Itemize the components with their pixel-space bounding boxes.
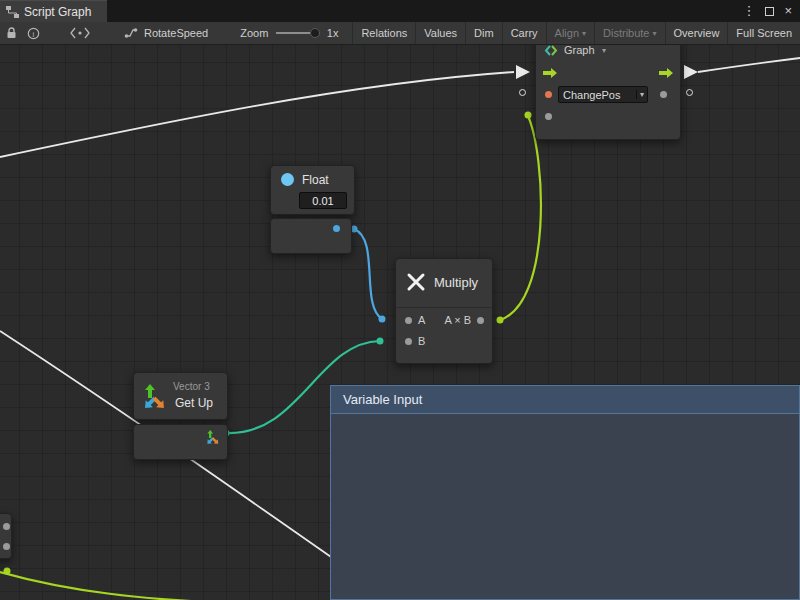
chevron-down-icon: ▾ [582, 29, 586, 38]
input-a-label: A [418, 314, 425, 326]
wire-end-dot [377, 338, 384, 345]
vector3-output-port[interactable] [205, 430, 220, 445]
zoom-slider-thumb[interactable] [310, 28, 320, 38]
wire-end-dot [525, 112, 532, 119]
relations-button[interactable]: Relations [352, 22, 415, 44]
set-variable-node[interactable]: Graph ▾ ChangePos ▾ [535, 45, 681, 140]
chevron-down-icon: ▾ [636, 90, 647, 99]
partial-node[interactable] [0, 513, 12, 559]
wire-end-dot [497, 317, 504, 324]
maximize-icon[interactable] [765, 7, 774, 16]
overview-button[interactable]: Overview [665, 22, 728, 44]
node-header-title[interactable]: Graph [564, 45, 595, 56]
vector3-icon [141, 384, 167, 410]
variable-input-group[interactable]: Variable Input [330, 385, 800, 600]
value-input-port[interactable] [545, 113, 552, 120]
output-label: A × B [444, 314, 471, 326]
group-title: Variable Input [343, 392, 422, 407]
value-port[interactable] [3, 543, 10, 550]
bottom-lime-wire[interactable] [0, 572, 208, 600]
object-port[interactable] [545, 91, 552, 98]
zoom-label: Zoom [240, 27, 268, 39]
graph-toolbar: i RotateSpeed Zoom 1x Relations Values D… [0, 22, 800, 45]
unconnected-port[interactable] [519, 89, 526, 96]
vector3-get-up-node[interactable]: Vector 3 Get Up [133, 372, 228, 420]
script-graph-window: Script Graph ⋮ × i RotateSpeed Zoom 1x R… [0, 0, 800, 600]
code-icon[interactable] [70, 27, 90, 39]
variable-dropdown[interactable]: ChangePos ▾ [558, 86, 648, 103]
float-value-wire[interactable] [354, 229, 382, 319]
result-wire[interactable] [500, 116, 541, 320]
node-title: Float [302, 173, 329, 187]
input-a-port[interactable] [405, 317, 412, 324]
float-value-field[interactable]: 0.01 [299, 192, 347, 209]
chevron-down-icon: ▾ [653, 29, 657, 38]
float-type-icon [281, 173, 294, 186]
zoom-value: 1x [327, 27, 339, 39]
flow-wire-out[interactable] [698, 58, 800, 72]
wire-end-dot [379, 316, 386, 323]
script-graph-icon [6, 6, 19, 18]
wire-end-dot [4, 568, 11, 575]
node-title: Get Up [175, 396, 213, 410]
float-node-ports[interactable] [270, 218, 352, 254]
value-port[interactable] [3, 523, 10, 530]
lock-icon[interactable] [6, 27, 17, 39]
close-icon[interactable]: × [784, 0, 792, 22]
vector3-node-ports[interactable] [133, 424, 228, 460]
flow-output-port[interactable] [658, 67, 674, 79]
flow-arrowhead-in [516, 65, 530, 79]
menu-icon[interactable]: ⋮ [742, 0, 755, 22]
float-output-port[interactable] [333, 225, 340, 232]
svg-text:i: i [33, 29, 35, 38]
graph-canvas[interactable]: Graph ▾ ChangePos ▾ Float 0.01 [0, 45, 800, 600]
float-literal-node[interactable]: Float 0.01 [270, 165, 355, 215]
window-controls: ⋮ × [742, 0, 800, 22]
zoom-slider[interactable] [276, 32, 319, 34]
tab-script-graph[interactable]: Script Graph [0, 0, 107, 22]
tab-title: Script Graph [24, 5, 91, 19]
values-button[interactable]: Values [415, 22, 465, 44]
node-title: Multiply [434, 275, 478, 290]
node-type-label: Vector 3 [173, 381, 210, 392]
output-port[interactable] [477, 317, 484, 324]
chevron-down-icon: ▾ [602, 46, 606, 55]
value-port[interactable] [660, 91, 667, 98]
unconnected-port[interactable] [686, 89, 693, 96]
graph-icon [544, 45, 558, 57]
carry-button[interactable]: Carry [502, 22, 546, 44]
fullscreen-button[interactable]: Full Screen [727, 22, 800, 44]
dim-button[interactable]: Dim [465, 22, 502, 44]
flow-input-port[interactable] [542, 67, 558, 79]
graph-name[interactable]: RotateSpeed [144, 27, 208, 39]
multiply-node[interactable]: Multiply A A × B B [395, 258, 493, 364]
input-b-port[interactable] [405, 338, 412, 345]
align-dropdown[interactable]: Align ▾ [546, 22, 594, 44]
info-icon[interactable]: i [27, 27, 40, 40]
graph-breadcrumb-icon [124, 27, 138, 39]
tab-bar: Script Graph ⋮ × [0, 0, 800, 22]
input-b-label: B [418, 335, 425, 347]
flow-arrowhead-out [684, 65, 698, 79]
distribute-dropdown[interactable]: Distribute ▾ [594, 22, 664, 44]
group-header[interactable]: Variable Input [331, 386, 799, 414]
flow-wire-in[interactable] [0, 72, 514, 157]
multiply-icon [406, 272, 426, 292]
